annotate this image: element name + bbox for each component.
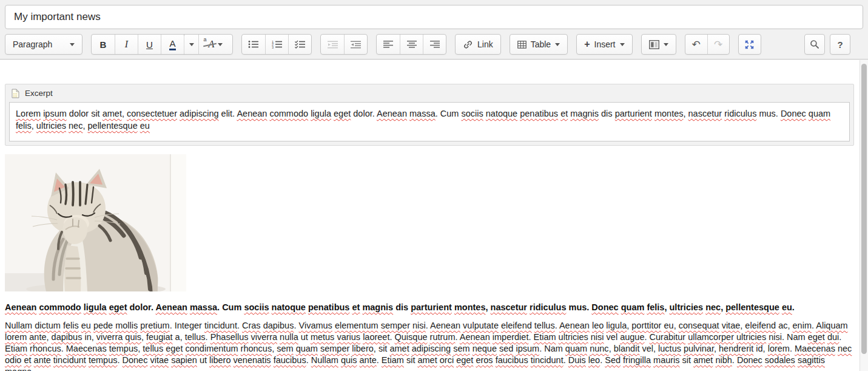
editor-chrome: Paragraph B I U A aA xyxy=(0,0,868,60)
editor-canvas[interactable]: Excerpt Lorem ipsum dolor sit amet, cons… xyxy=(0,60,860,371)
fullscreen-button[interactable] xyxy=(738,34,761,55)
caret-down-icon xyxy=(218,43,223,46)
search-icon xyxy=(810,39,819,49)
bold-button[interactable]: B xyxy=(92,35,115,54)
align-right-button[interactable] xyxy=(423,35,446,54)
numbered-list-button[interactable]: 1 2 3 xyxy=(265,35,288,54)
lead-paragraph[interactable]: Aenean commodo ligula eget dolor. Aenean… xyxy=(5,302,854,313)
align-center-button[interactable] xyxy=(400,35,423,54)
align-left-icon xyxy=(383,41,393,48)
text-style-dropdown-button[interactable]: aA xyxy=(198,35,232,54)
list-button-group: 1 2 3 xyxy=(241,34,312,55)
excerpt-header: Excerpt xyxy=(5,84,853,102)
excerpt-panel: Excerpt Lorem ipsum dolor sit amet, cons… xyxy=(5,84,854,146)
check-list-icon xyxy=(295,40,306,49)
link-button[interactable]: Link xyxy=(455,34,501,55)
text-color-icon: A xyxy=(169,39,175,50)
indent-button[interactable] xyxy=(344,35,367,54)
undo-icon: ↶ xyxy=(691,39,700,50)
plus-icon: + xyxy=(584,39,590,50)
toolbar-right-group: ? xyxy=(804,34,850,55)
indent-icon xyxy=(351,41,361,49)
excerpt-header-label: Excerpt xyxy=(25,89,53,98)
link-button-label: Link xyxy=(477,39,493,49)
paragraph-format-select[interactable]: Paragraph xyxy=(5,34,82,55)
undo-button[interactable]: ↶ xyxy=(685,35,707,54)
underline-button[interactable]: U xyxy=(138,35,161,54)
format-button-group: B I U A aA xyxy=(91,34,233,55)
underline-icon: U xyxy=(146,39,153,50)
text-style-icon: aA xyxy=(209,39,215,50)
redo-icon: ↷ xyxy=(714,39,722,50)
undo-redo-group: ↶ ↷ xyxy=(685,34,730,55)
italic-icon: I xyxy=(125,39,128,50)
outdent-icon xyxy=(328,41,338,49)
table-icon xyxy=(517,41,527,49)
document-icon xyxy=(12,89,19,98)
bullet-list-button[interactable] xyxy=(242,35,265,54)
cat-image[interactable] xyxy=(5,154,186,291)
svg-text:3: 3 xyxy=(272,46,274,49)
columns-icon xyxy=(649,40,659,49)
table-button[interactable]: Table xyxy=(510,34,568,55)
body-paragraph[interactable]: Nullam dictum felis eu pede mollis preti… xyxy=(5,320,854,371)
table-button-label: Table xyxy=(531,39,551,49)
text-color-button[interactable]: A xyxy=(161,35,184,54)
insert-button-label: Insert xyxy=(594,39,616,49)
search-button[interactable] xyxy=(804,34,825,55)
paragraph-format-label: Paragraph xyxy=(13,39,52,49)
italic-button[interactable]: I xyxy=(115,35,138,54)
check-list-button[interactable] xyxy=(288,35,311,54)
columns-layout-button[interactable] xyxy=(641,34,676,55)
text-color-dropdown-button[interactable] xyxy=(184,35,198,54)
caret-down-icon xyxy=(189,43,194,46)
scrollbar-thumb[interactable] xyxy=(861,64,867,354)
indent-button-group xyxy=(320,34,368,55)
insert-button[interactable]: + Insert xyxy=(576,34,632,55)
fullscreen-icon xyxy=(744,39,755,50)
bullet-list-icon xyxy=(248,40,259,49)
caret-down-icon xyxy=(620,43,625,46)
align-right-icon xyxy=(430,41,440,48)
align-left-button[interactable] xyxy=(377,35,400,54)
link-icon xyxy=(463,39,473,50)
bold-icon: B xyxy=(100,39,107,50)
numbered-list-icon: 1 2 3 xyxy=(272,40,283,49)
caret-down-icon xyxy=(664,43,668,46)
title-input[interactable] xyxy=(5,5,863,29)
outdent-button[interactable] xyxy=(321,35,344,54)
vertical-scrollbar[interactable] xyxy=(860,60,868,371)
excerpt-text[interactable]: Lorem ipsum dolor sit amet, consectetuer… xyxy=(9,102,850,141)
help-icon: ? xyxy=(837,39,843,50)
align-center-icon xyxy=(407,41,417,48)
editor-toolbar: Paragraph B I U A aA xyxy=(5,34,863,55)
align-button-group xyxy=(376,34,446,55)
caret-down-icon xyxy=(555,43,560,46)
redo-button[interactable]: ↷ xyxy=(707,35,729,54)
caret-down-icon xyxy=(70,43,75,46)
help-button[interactable]: ? xyxy=(830,34,850,55)
